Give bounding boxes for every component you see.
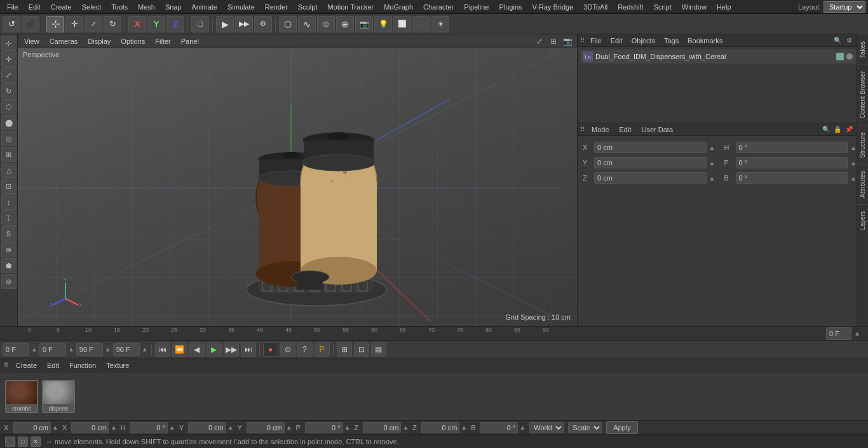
attr-h-rot-input[interactable] bbox=[736, 142, 848, 153]
layout-select[interactable]: Startup bbox=[824, 1, 865, 13]
z2-coord-up[interactable]: ▲ bbox=[461, 424, 467, 431]
status-icon-1[interactable]: 🎥 bbox=[5, 437, 15, 447]
menu-select[interactable]: Select bbox=[78, 2, 106, 12]
attr-menu-userdata[interactable]: User Data bbox=[639, 125, 677, 134]
menu-help[interactable]: Help bbox=[712, 2, 736, 12]
tl-record-pos[interactable]: ● bbox=[263, 343, 278, 356]
om-menu-tags[interactable]: Tags bbox=[661, 36, 682, 45]
render-button[interactable]: ▶ bbox=[216, 16, 234, 32]
deformer-button[interactable]: ⊕ bbox=[336, 16, 354, 32]
mat-menu-create[interactable]: Create bbox=[13, 360, 39, 370]
sidebar-tool13[interactable]: S bbox=[1, 226, 17, 241]
tl-preview-end-arrow[interactable]: ▲ bbox=[105, 346, 111, 353]
y-coord-up[interactable]: ▲ bbox=[227, 424, 234, 431]
menu-animate[interactable]: Animate bbox=[187, 2, 222, 12]
tl-record-rot[interactable]: ⊙ bbox=[280, 343, 295, 356]
object-material-tag[interactable] bbox=[836, 53, 844, 60]
mat-menu-edit[interactable]: Edit bbox=[44, 360, 62, 370]
viewport-cam-icon[interactable]: 📷 bbox=[562, 36, 573, 47]
y-coord-input[interactable] bbox=[188, 422, 226, 433]
tl-step-back2[interactable]: ◀ bbox=[189, 343, 205, 356]
background-button[interactable]: ☀ bbox=[431, 16, 449, 32]
menu-vray[interactable]: V-Ray Bridge bbox=[528, 2, 578, 12]
vp-menu-options[interactable]: Options bbox=[118, 36, 147, 46]
nurbs-button[interactable]: ◎ bbox=[317, 16, 335, 32]
attr-search-icon[interactable]: 🔍 bbox=[821, 125, 831, 135]
h-coord-up[interactable]: ▲ bbox=[169, 424, 175, 431]
spline-button[interactable]: ∿ bbox=[298, 16, 316, 32]
sidebar-tool10[interactable]: ⊡ bbox=[1, 179, 17, 194]
om-search-icon[interactable]: 🔍 bbox=[832, 36, 843, 46]
x2-coord-up[interactable]: ▲ bbox=[111, 424, 117, 431]
camera-button[interactable]: 📷 bbox=[355, 16, 373, 32]
viewport-expand-icon[interactable]: ⤢ bbox=[534, 36, 545, 47]
sidebar-tool7[interactable]: ◎ bbox=[1, 131, 17, 146]
tl-frame-start[interactable] bbox=[3, 343, 29, 356]
menu-simulate[interactable]: Simulate bbox=[223, 2, 259, 12]
menu-snap[interactable]: Snap bbox=[161, 2, 186, 12]
tab-structure[interactable]: Structure bbox=[857, 125, 868, 165]
sidebar-move[interactable]: ✛ bbox=[1, 51, 17, 67]
menu-plugins[interactable]: Plugins bbox=[494, 2, 526, 12]
rotate-tool-button[interactable]: ↻ bbox=[104, 16, 121, 32]
viewport-canvas[interactable]: Perspective bbox=[18, 48, 577, 326]
z-coord-input[interactable] bbox=[363, 422, 401, 433]
menu-redshift[interactable]: Redshift bbox=[613, 2, 648, 12]
om-settings-icon[interactable]: ⚙ bbox=[844, 36, 854, 46]
p-coord-input[interactable] bbox=[305, 422, 343, 433]
render-settings-button[interactable]: ⚙ bbox=[254, 16, 272, 32]
light-button[interactable]: 💡 bbox=[374, 16, 392, 32]
menu-mesh[interactable]: Mesh bbox=[133, 2, 159, 12]
undo-button[interactable]: ↺ bbox=[3, 16, 20, 32]
tl-record-all[interactable]: P bbox=[315, 343, 330, 356]
viewport-grid-icon[interactable]: ⊞ bbox=[548, 36, 559, 47]
attr-pin-icon[interactable]: 📌 bbox=[844, 125, 854, 135]
menu-pipeline[interactable]: Pipeline bbox=[459, 2, 493, 12]
menu-3dtoall[interactable]: 3DToAll bbox=[579, 2, 612, 12]
sidebar-tool15[interactable]: ⬟ bbox=[1, 258, 17, 273]
status-icon-2[interactable]: □ bbox=[18, 437, 28, 447]
floor-button[interactable]: ⬜ bbox=[393, 16, 411, 32]
attr-b-rot-input[interactable] bbox=[736, 172, 848, 184]
attr-menu-edit[interactable]: Edit bbox=[616, 125, 635, 134]
tab-content-browser[interactable]: Content Browser bbox=[857, 64, 868, 125]
menu-character[interactable]: Character bbox=[419, 2, 458, 12]
tl-goto-start[interactable]: ⏮ bbox=[155, 343, 170, 356]
vp-menu-cameras[interactable]: Cameras bbox=[47, 36, 81, 46]
om-menu-bookmarks[interactable]: Bookmarks bbox=[684, 36, 726, 45]
select-tool-button[interactable]: ⊹ bbox=[46, 16, 64, 32]
menu-tools[interactable]: Tools bbox=[107, 2, 132, 12]
menu-motion-tracker[interactable]: Motion Tracker bbox=[323, 2, 378, 12]
material-crumbs[interactable]: crumbs bbox=[5, 380, 38, 413]
vp-menu-panel[interactable]: Panel bbox=[179, 36, 201, 46]
tl-preview-end[interactable] bbox=[76, 343, 103, 356]
x-axis-button[interactable]: X bbox=[128, 16, 146, 32]
om-menu-file[interactable]: File bbox=[587, 36, 605, 45]
menu-script[interactable]: Script bbox=[649, 2, 676, 12]
z-axis-button[interactable]: Z bbox=[166, 16, 184, 32]
mat-menu-function[interactable]: Function bbox=[67, 360, 98, 370]
vp-menu-filter[interactable]: Filter bbox=[153, 36, 173, 46]
om-menu-objects[interactable]: Objects bbox=[628, 36, 658, 45]
status-icon-3[interactable]: ✕ bbox=[31, 437, 41, 447]
tl-play[interactable]: ▶ bbox=[207, 343, 222, 356]
sidebar-rotate[interactable]: ↻ bbox=[1, 83, 17, 98]
tl-motion-mode2[interactable]: ▤ bbox=[371, 343, 386, 356]
attr-lock-icon[interactable]: 🔒 bbox=[832, 125, 843, 135]
cube-button[interactable]: ⬡ bbox=[279, 16, 297, 32]
object-mode-button[interactable]: □ bbox=[191, 16, 209, 32]
attr-p-rot-input[interactable] bbox=[736, 157, 848, 168]
x-coord-input[interactable] bbox=[13, 422, 51, 433]
attr-x-pos-up[interactable]: ▲ bbox=[709, 144, 722, 151]
sidebar-tool14[interactable]: ⊗ bbox=[1, 242, 17, 257]
sidebar-tool8[interactable]: ⊞ bbox=[1, 147, 17, 162]
sidebar-tool11[interactable]: ↕ bbox=[1, 194, 17, 210]
current-frame-input[interactable] bbox=[826, 327, 851, 340]
menu-render[interactable]: Render bbox=[261, 2, 292, 12]
redo-button[interactable]: ⬛ bbox=[22, 16, 39, 32]
apply-button[interactable]: Apply bbox=[606, 421, 638, 434]
y-axis-button[interactable]: Y bbox=[147, 16, 165, 32]
x2-coord-input[interactable] bbox=[71, 422, 109, 433]
sidebar-tool16[interactable]: ⊘ bbox=[1, 274, 17, 289]
b-coord-up[interactable]: ▲ bbox=[519, 424, 526, 431]
